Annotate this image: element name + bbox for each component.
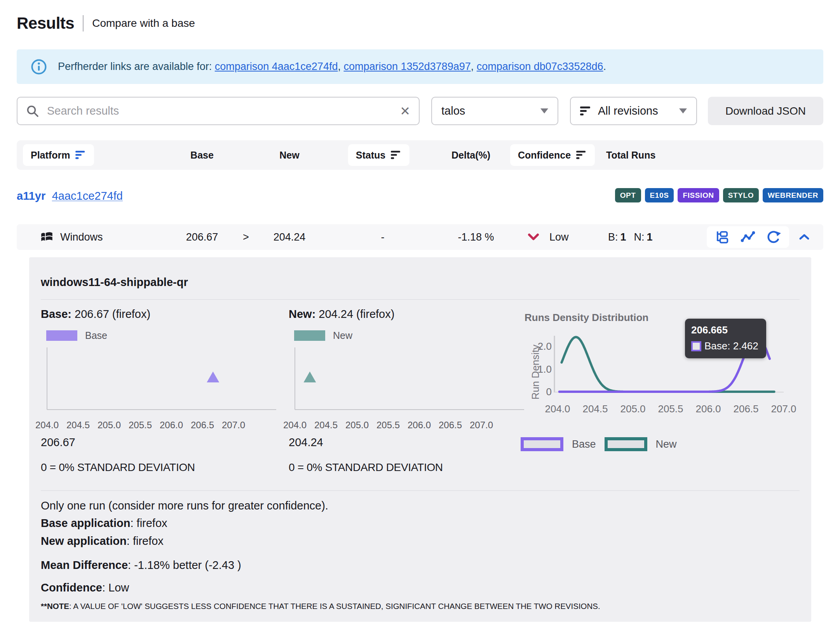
detail-panel: windows11-64-shippable-qr Base: 206.67 (… — [29, 257, 811, 622]
x-tick-label: 205.0 — [98, 420, 121, 431]
page-header: Results Compare with a base — [17, 14, 195, 33]
revision-link[interactable]: 4aac1ce274fd — [52, 190, 123, 202]
info-icon — [31, 59, 47, 75]
page-title: Results — [17, 14, 74, 33]
clear-search-icon[interactable]: ✕ — [400, 105, 410, 117]
revisions-value: All revisions — [598, 105, 658, 117]
base-legend: Base — [46, 330, 107, 341]
tooltip-title: 206.665 — [691, 324, 758, 336]
chevron-down-icon — [540, 108, 548, 113]
x-tick-label: 207.0 — [222, 420, 245, 431]
search-input[interactable] — [46, 104, 393, 118]
banner-comparison-link[interactable]: comparison db07c33528d6 — [477, 61, 603, 72]
column-status: Status — [348, 140, 410, 170]
base-legend-label: Base — [85, 330, 107, 341]
retrigger-icon[interactable] — [766, 229, 781, 245]
x-tick-label: 206.5 — [439, 420, 462, 431]
banner-links: comparison 4aac1ce274fd, comparison 1352… — [215, 61, 606, 72]
platform-filter-button[interactable]: Platform — [23, 144, 94, 166]
framework-select[interactable]: talos — [431, 97, 558, 125]
density-legend-base-swatch — [521, 437, 563, 451]
results-page: Results Compare with a base Perfherder l… — [0, 0, 840, 635]
base-section: Base: 206.67 (firefox) Base 204.0204.520… — [41, 308, 289, 321]
base-legend-swatch — [46, 330, 77, 341]
tag-opt: OPT — [615, 188, 641, 202]
density-legend-new-swatch — [605, 437, 647, 451]
detail-platform-name: windows11-64-shippable-qr — [41, 276, 188, 289]
new-legend: New — [294, 330, 352, 341]
new-mini-chart — [289, 347, 530, 417]
banner-comparison-link[interactable]: comparison 4aac1ce274fd — [215, 61, 338, 72]
column-new: New — [279, 140, 299, 170]
chart-tooltip: 206.665 Base: 2.462 — [685, 319, 766, 358]
new-heading-value: 204.24 (firefox) — [315, 308, 394, 320]
base-stddev: 0 = 0% STANDARD DEVIATION — [41, 461, 195, 474]
test-header: a11yr 4aac1ce274fd OPTE10SFISSIONSTYLOWE… — [17, 190, 823, 205]
new-value: 204.24 — [274, 224, 306, 250]
x-tick-label: 204.0 — [283, 420, 307, 431]
column-platform: Platform — [23, 140, 94, 170]
subtests-icon[interactable] — [715, 229, 730, 245]
base-heading-value: 206.67 (firefox) — [71, 308, 150, 320]
table-header: Platform Base New Status Delta(%) — [17, 140, 823, 170]
base-application-label: Base application — [41, 517, 130, 529]
base-heading-label: Base: — [41, 308, 71, 320]
x-tick-label: 207.0 — [470, 420, 493, 431]
confidence-cell: Low — [528, 224, 569, 250]
density-chart-title: Runs Density Distribution — [525, 312, 648, 324]
new-runs-label: N: — [634, 231, 645, 243]
delta-value: -1.18 % — [458, 224, 494, 250]
base-number: 206.67 — [41, 436, 75, 449]
base-heading: Base: 206.67 (firefox) — [41, 308, 289, 321]
revisions-select[interactable]: All revisions — [570, 97, 697, 125]
test-name-link[interactable]: a11yr — [17, 190, 45, 202]
new-legend-swatch — [294, 330, 325, 341]
search-icon — [26, 105, 39, 118]
banner-comparison-link[interactable]: comparison 1352d3789a97 — [343, 61, 471, 72]
new-legend-label: New — [333, 330, 352, 341]
x-tick-label: 206.0 — [408, 420, 431, 431]
download-json-button[interactable]: Download JSON — [708, 97, 823, 125]
title-divider — [83, 15, 84, 31]
y-tick-label: 1.0 — [538, 363, 552, 375]
column-total-runs: Total Runs — [606, 140, 655, 170]
confidence-note: **NOTE: A VALUE OF 'LOW' SUGGESTS LESS C… — [41, 602, 600, 611]
divider — [41, 299, 800, 300]
row-action-box — [707, 226, 789, 248]
mean-difference-line: Mean Difference: -1.18% better (-2.43 ) — [41, 559, 241, 572]
banner-text: Perfherder links are available for: comp… — [58, 61, 606, 73]
tag-webrender: WEBRENDER — [763, 188, 823, 202]
x-tick-label: 205.5 — [129, 420, 152, 431]
confidence-detail-value: : Low — [102, 581, 129, 594]
tag-fission: FISSION — [678, 188, 719, 202]
platform-row[interactable]: Windows 206.67 > 204.24 - -1.18 % Low B:… — [17, 224, 823, 250]
column-confidence: Confidence — [510, 140, 595, 170]
filter-icon — [391, 150, 402, 160]
confidence-line: Confidence: Low — [41, 581, 129, 594]
confidence-column-label: Confidence — [518, 150, 571, 161]
y-tick-label: 0 — [546, 386, 552, 398]
filter-icon — [580, 106, 592, 116]
confidence-filter-button[interactable]: Confidence — [510, 144, 595, 166]
base-application-value: : firefox — [130, 517, 167, 529]
status-filter-button[interactable]: Status — [348, 144, 410, 166]
density-legend-new-label: New — [656, 438, 677, 450]
x-tick-label: 205.0 — [620, 403, 645, 415]
new-application-value: : firefox — [127, 535, 164, 547]
tooltip-swatch — [691, 341, 701, 351]
filter-icon — [576, 150, 587, 160]
density-legend-base-label: Base — [572, 438, 596, 450]
platform-label: Windows — [60, 231, 103, 243]
new-heading-label: New: — [289, 308, 315, 320]
confidence-value: Low — [549, 231, 569, 243]
info-banner: Perfherder links are available for: comp… — [17, 49, 823, 84]
column-delta: Delta(%) — [451, 140, 490, 170]
tooltip-value: Base: 2.462 — [704, 340, 758, 352]
confidence-detail-label: Confidence — [41, 581, 102, 594]
new-runs-count: 1 — [647, 231, 653, 243]
total-runs-cell: B:1 N:1 — [608, 224, 653, 250]
page-subtitle: Compare with a base — [92, 17, 195, 30]
x-tick-label: 206.5 — [733, 403, 758, 415]
collapse-icon[interactable] — [798, 233, 810, 241]
graph-icon[interactable] — [740, 229, 756, 245]
